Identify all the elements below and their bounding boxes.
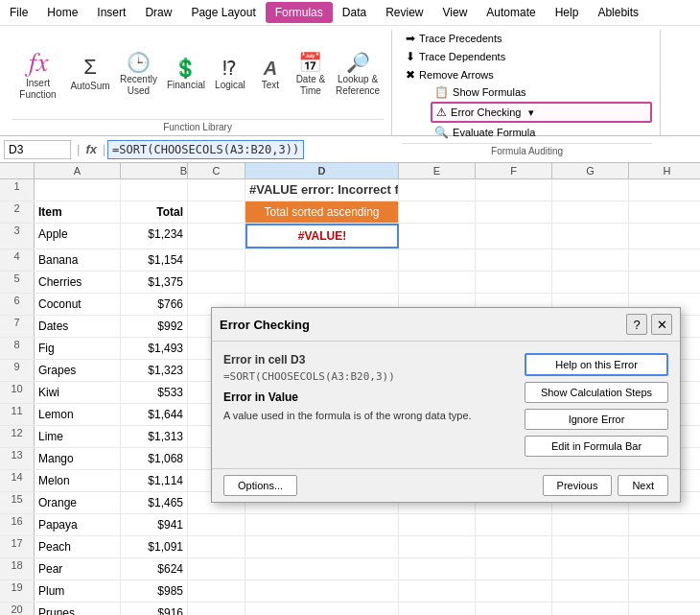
cell-c18[interactable] [188, 558, 245, 580]
cell-b9[interactable]: $1,323 [121, 360, 188, 381]
cell-a4[interactable]: Banana [35, 249, 121, 271]
cell-b6[interactable]: $766 [121, 294, 188, 315]
cell-d1[interactable]: #VALUE error: Incorrect formula syntax [245, 179, 399, 201]
cell-a18[interactable]: Pear [35, 558, 121, 580]
cell-d4[interactable] [245, 249, 399, 271]
cell-a10[interactable]: Kiwi [35, 382, 121, 403]
cell-g5[interactable] [552, 272, 629, 293]
evaluate-formula-button[interactable]: 🔍 Evaluate Formula [431, 124, 652, 141]
cell-g18[interactable] [552, 558, 629, 580]
menu-ablebits[interactable]: Ablebits [588, 2, 648, 23]
cell-e5[interactable] [399, 272, 476, 293]
cell-b18[interactable]: $624 [121, 558, 188, 580]
cell-a3[interactable]: Apple [35, 224, 121, 248]
cell-f5[interactable] [476, 272, 552, 293]
cell-b19[interactable]: $985 [121, 580, 188, 602]
cell-c20[interactable] [188, 603, 245, 615]
cell-h16[interactable] [629, 514, 700, 535]
col-header-c[interactable]: C [188, 163, 245, 178]
date-time-button[interactable]: 📅 Date & Time [292, 49, 330, 99]
cell-f16[interactable] [476, 514, 552, 535]
insert-function-button[interactable]: 𝑓𝑥 Insert Function [12, 44, 64, 104]
col-header-b[interactable]: B [121, 163, 188, 178]
menu-automate[interactable]: Automate [477, 2, 545, 23]
cell-f20[interactable] [476, 603, 552, 615]
cell-a12[interactable]: Lime [35, 426, 121, 447]
menu-file[interactable]: File [0, 2, 37, 23]
cell-c19[interactable] [188, 580, 245, 602]
cell-b14[interactable]: $1,114 [121, 470, 188, 491]
cell-a14[interactable]: Melon [35, 470, 121, 491]
menu-page-layout[interactable]: Page Layout [181, 2, 265, 23]
next-button[interactable]: Next [618, 475, 668, 496]
cell-f19[interactable] [476, 580, 552, 602]
cell-d16[interactable] [245, 514, 399, 535]
cell-reference-input[interactable] [4, 140, 71, 159]
cell-a6[interactable]: Coconut [35, 294, 121, 315]
col-header-a[interactable]: A [35, 163, 121, 178]
cell-a8[interactable]: Fig [35, 338, 121, 359]
cell-b13[interactable]: $1,068 [121, 448, 188, 469]
cell-a17[interactable]: Peach [35, 536, 121, 557]
show-calc-steps-button[interactable]: Show Calculation Steps [525, 382, 668, 403]
cell-f1[interactable] [476, 179, 552, 201]
cell-f4[interactable] [476, 249, 552, 271]
cell-h2[interactable] [629, 201, 700, 223]
trace-dependents-button[interactable]: ⬇ Trace Dependents [402, 48, 652, 65]
ignore-error-button[interactable]: Ignore Error [525, 409, 668, 430]
cell-a16[interactable]: Papaya [35, 514, 121, 535]
cell-b8[interactable]: $1,493 [121, 338, 188, 359]
edit-formula-bar-button[interactable]: Edit in Formula Bar [525, 436, 668, 457]
remove-arrows-button[interactable]: ✖ Remove Arrows [402, 66, 652, 83]
cell-g17[interactable] [552, 536, 629, 557]
cell-c2[interactable] [188, 201, 245, 223]
cell-a1[interactable] [35, 179, 121, 201]
cell-c5[interactable] [188, 272, 245, 293]
autosum-button[interactable]: Σ AutoSum [66, 53, 114, 93]
cell-b16[interactable]: $941 [121, 514, 188, 535]
cell-d20[interactable] [245, 603, 399, 615]
dialog-close-button[interactable]: ✕ [651, 314, 672, 335]
cell-h5[interactable] [629, 272, 700, 293]
cell-a13[interactable]: Mango [35, 448, 121, 469]
cell-g19[interactable] [552, 580, 629, 602]
col-header-f[interactable]: F [476, 163, 552, 178]
cell-e19[interactable] [399, 580, 476, 602]
cell-c3[interactable] [188, 224, 245, 248]
cell-a7[interactable]: Dates [35, 316, 121, 337]
cell-f2[interactable] [476, 201, 552, 223]
trace-precedents-button[interactable]: ➡ Trace Precedents [402, 30, 652, 47]
menu-draw[interactable]: Draw [135, 2, 181, 23]
cell-b11[interactable]: $1,644 [121, 404, 188, 425]
cell-e2[interactable] [399, 201, 476, 223]
financial-button[interactable]: 💲 Financial [163, 55, 209, 93]
col-header-e[interactable]: E [399, 163, 476, 178]
cell-c16[interactable] [188, 514, 245, 535]
cell-e17[interactable] [399, 536, 476, 557]
cell-d19[interactable] [245, 580, 399, 602]
cell-b4[interactable]: $1,154 [121, 249, 188, 271]
cell-a2[interactable]: Item [35, 201, 121, 223]
cell-b7[interactable]: $992 [121, 316, 188, 337]
cell-f3[interactable] [476, 224, 552, 248]
dialog-help-button[interactable]: ? [626, 314, 647, 335]
cell-b3[interactable]: $1,234 [121, 224, 188, 248]
cell-a9[interactable]: Grapes [35, 360, 121, 381]
cell-b1[interactable] [121, 179, 188, 201]
cell-b10[interactable]: $533 [121, 382, 188, 403]
cell-a5[interactable]: Cherries [35, 272, 121, 293]
cell-e20[interactable] [399, 603, 476, 615]
col-header-h[interactable]: H [629, 163, 700, 178]
cell-e1[interactable] [399, 179, 476, 201]
help-on-error-button[interactable]: Help on this Error [525, 353, 668, 376]
cell-h19[interactable] [629, 580, 700, 602]
cell-a19[interactable]: Plum [35, 580, 121, 602]
cell-d18[interactable] [245, 558, 399, 580]
cell-b5[interactable]: $1,375 [121, 272, 188, 293]
cell-h1[interactable] [629, 179, 700, 201]
error-checking-dialog[interactable]: Error Checking ? ✕ Error in cell D3 =SOR… [211, 307, 681, 503]
menu-insert[interactable]: Insert [87, 2, 135, 23]
menu-home[interactable]: Home [37, 2, 87, 23]
cell-h4[interactable] [629, 249, 700, 271]
cell-g1[interactable] [552, 179, 629, 201]
